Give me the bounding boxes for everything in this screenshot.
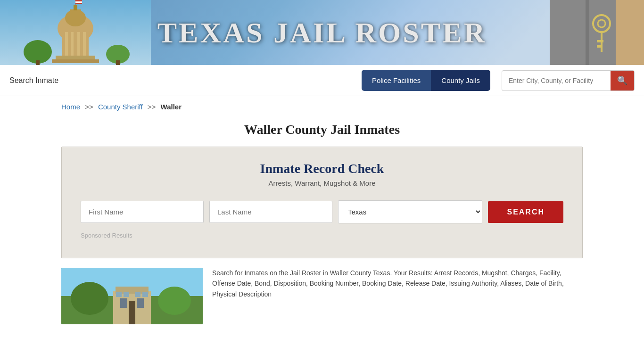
svg-point-35 [158,287,191,315]
svg-rect-39 [137,298,144,308]
svg-rect-5 [70,9,81,20]
header-banner: Texas Jail Roster [0,0,644,65]
svg-rect-21 [616,0,644,65]
bottom-description: Search for Inmates on the Jail Roster in… [203,268,583,324]
record-check-box: Inmate Record Check Arrests, Warrant, Mu… [61,147,583,258]
record-check-subtitle: Arrests, Warrant, Mugshot & More [81,179,563,187]
svg-point-34 [71,282,108,315]
breadcrumb: Home >> County Sheriff >> Waller [0,96,644,117]
svg-rect-15 [75,1,82,3]
last-name-input[interactable] [209,201,332,223]
svg-rect-11 [56,56,95,59]
record-check-form: AlabamaAlaskaArizonaArkansasCaliforniaCo… [81,200,563,223]
nav-bar: Search Inmate Police Facilities County J… [0,65,644,96]
svg-rect-42 [124,292,129,297]
svg-rect-43 [135,292,140,297]
facility-thumbnail [61,268,203,324]
svg-rect-6 [74,5,77,10]
site-title: Texas Jail Roster [157,16,487,49]
facility-search-input[interactable] [502,72,611,89]
breadcrumb-sep-2: >> [148,103,156,111]
police-facilities-button[interactable]: Police Facilities [362,70,431,91]
svg-rect-38 [120,298,127,308]
breadcrumb-home[interactable]: Home [61,103,80,111]
capitol-image [0,0,151,65]
facility-search-box: 🔍 [502,70,635,91]
breadcrumb-sep-1: >> [85,103,93,111]
facility-search-button[interactable]: 🔍 [611,71,634,90]
breadcrumb-county-sheriff[interactable]: County Sheriff [98,103,143,111]
sponsored-results-label: Sponsored Results [81,232,563,239]
bottom-section: Search for Inmates on the Jail Roster in… [0,268,644,324]
first-name-input[interactable] [81,201,204,223]
nav-facility-buttons: Police Facilities County Jails [362,70,490,91]
svg-rect-41 [116,292,122,297]
svg-point-16 [24,40,52,64]
county-jails-button[interactable]: County Jails [431,70,490,91]
search-icon: 🔍 [617,75,627,86]
breadcrumb-current: Waller [161,103,182,111]
svg-rect-40 [129,301,135,324]
svg-rect-44 [142,292,148,297]
svg-rect-25 [597,40,603,42]
keys-image [550,0,644,65]
svg-rect-17 [36,60,40,65]
search-button[interactable]: SEARCH [488,201,563,223]
svg-rect-26 [597,45,602,48]
svg-rect-12 [52,59,99,63]
svg-rect-19 [116,60,120,65]
state-select[interactable]: AlabamaAlaskaArizonaArkansasCaliforniaCo… [338,200,482,223]
nav-search-inmate-label: Search Inmate [9,76,354,85]
page-title: Waller County Jail Inmates [0,117,644,147]
record-check-title: Inmate Record Check [81,161,563,176]
